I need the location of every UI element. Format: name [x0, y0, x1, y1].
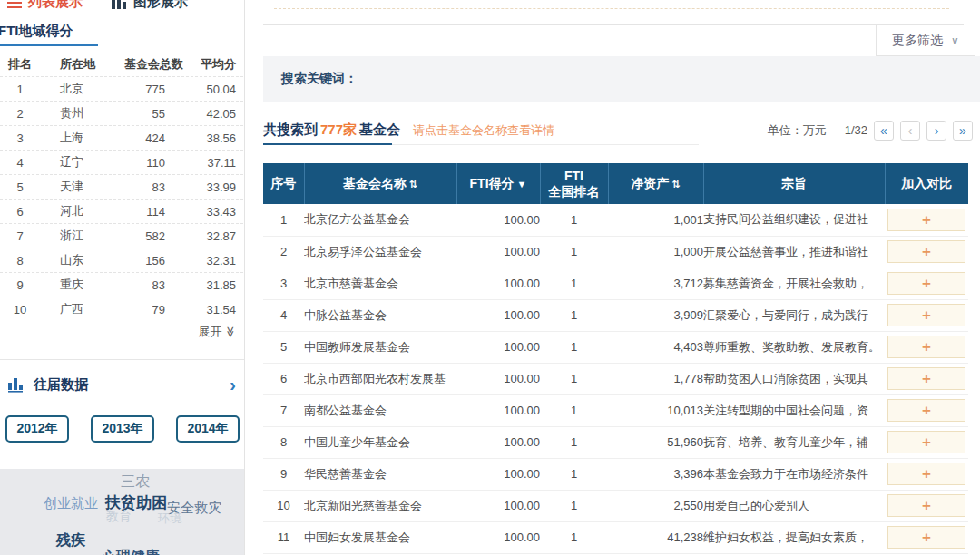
- year-2014-button[interactable]: 2014年: [176, 415, 240, 443]
- fund-table-row: 3 北京市慈善基金会 100.00 1 3,712 募集慈善资金，开展社会救助，…: [263, 268, 968, 299]
- fund-name-link[interactable]: 中国儿童少年基金会: [304, 426, 456, 458]
- first-page-button[interactable]: «: [874, 121, 894, 141]
- add-compare-button[interactable]: +: [887, 240, 965, 263]
- region-avg-score: 50.04: [185, 83, 243, 96]
- fund-no: 3: [263, 268, 304, 299]
- col-no: 序号: [263, 163, 304, 204]
- cloud-word-xinli[interactable]: 心理健康: [102, 548, 160, 555]
- region-table-row: 3 上海 424 38.56: [0, 125, 243, 150]
- expand-chevron-icon: ≫: [225, 326, 238, 338]
- col-assets-sortable[interactable]: 净资产⇅: [608, 163, 703, 204]
- history-data-header[interactable]: 往届数据 ›: [0, 372, 245, 397]
- fund-purpose: 关注转型期的中国社会问题，资: [703, 394, 885, 426]
- region-table-row: 10 广西 79 31.54: [0, 297, 243, 321]
- filter-dashed-divider: [274, 8, 949, 9]
- fund-compare-cell: +: [885, 521, 968, 553]
- fund-name-link[interactable]: 北京亿方公益基金会: [304, 204, 456, 236]
- region-rank: 7: [0, 229, 40, 243]
- fund-purpose: 用爱自己的心爱别人: [703, 490, 885, 521]
- fund-table-row: 6 北京市西部阳光农村发展基 100.00 1 1,778 帮助贫困人口消除贫困…: [263, 363, 968, 394]
- plus-icon: +: [922, 307, 931, 323]
- fund-name-link[interactable]: 北京市西部阳光农村发展基: [304, 363, 456, 394]
- fund-national-rank: 1: [540, 299, 608, 331]
- region-avg-score: 42.05: [185, 107, 243, 121]
- region-table-row: 1 北京 775 50.04: [0, 76, 243, 101]
- add-compare-button[interactable]: +: [887, 209, 965, 231]
- region-count: 156: [103, 254, 185, 268]
- fund-assets: 1,778: [608, 363, 703, 394]
- region-rank: 3: [0, 131, 40, 145]
- region-count: 83: [103, 278, 185, 292]
- add-compare-button[interactable]: +: [887, 304, 965, 326]
- chevron-right-icon[interactable]: ›: [230, 375, 236, 394]
- region-avg-score: 37.11: [185, 156, 243, 170]
- add-compare-button[interactable]: +: [887, 431, 965, 453]
- fund-compare-cell: +: [885, 204, 968, 236]
- region-rank: 10: [0, 303, 40, 316]
- tab-list-display[interactable]: 列表展示: [7, 0, 83, 11]
- region-location: 上海: [40, 130, 103, 146]
- region-count: 79: [103, 303, 185, 316]
- fund-name-link[interactable]: 中脉公益基金会: [304, 299, 456, 331]
- fund-name-link[interactable]: 北京易孚泽公益基金会: [304, 236, 456, 268]
- fund-table-row: 8 中国儿童少年基金会 100.00 1 51,960 抚育、培养、教育儿童少年…: [263, 426, 968, 458]
- fund-no: 9: [263, 458, 304, 490]
- fund-name-link[interactable]: 北京新阳光慈善基金会: [304, 490, 456, 521]
- tab-list-display-label: 列表展示: [28, 0, 83, 11]
- fund-name-link[interactable]: 中国妇女发展基金会: [304, 521, 456, 553]
- region-count: 582: [103, 229, 185, 243]
- sort-icon: ⇅: [409, 179, 417, 190]
- add-compare-button[interactable]: +: [887, 367, 965, 390]
- fund-purpose: 开展公益慈善事业，推进和谐社: [703, 236, 885, 268]
- cloud-word-huanjing[interactable]: 环境: [158, 511, 181, 527]
- fund-name-link[interactable]: 南都公益基金会: [304, 394, 456, 426]
- region-count: 424: [103, 131, 185, 145]
- region-avg-score: 33.43: [185, 205, 243, 219]
- fund-score: 100.00: [456, 458, 540, 490]
- col-name-sortable[interactable]: 基金会名称⇅: [304, 163, 456, 204]
- add-compare-button[interactable]: +: [887, 336, 965, 358]
- fund-name-link[interactable]: 北京市慈善基金会: [304, 268, 456, 299]
- fund-assets: 3,909: [608, 299, 703, 331]
- prev-page-button[interactable]: ‹: [900, 121, 920, 141]
- add-compare-button[interactable]: +: [887, 462, 965, 485]
- fund-national-rank: 1: [540, 236, 608, 268]
- year-2012-button[interactable]: 2012年: [5, 415, 69, 443]
- region-location: 天津: [40, 179, 103, 195]
- fund-no: 5: [263, 331, 304, 363]
- col-rank: 排名: [0, 56, 40, 73]
- fund-table-row: 4 中脉公益基金会 100.00 1 3,909 汇聚爱心，与爱同行，成为践行 …: [263, 299, 968, 331]
- cloud-word-sannong[interactable]: 三农: [121, 472, 150, 492]
- fund-national-rank: 1: [540, 490, 608, 521]
- fund-table-row: 2 北京易孚泽公益基金会 100.00 1 1,000 开展公益慈善事业，推进和…: [263, 236, 968, 268]
- result-count-suffix: 基金会: [359, 122, 400, 139]
- cloud-word-canji[interactable]: 残疾: [56, 531, 85, 550]
- fund-national-rank: 1: [540, 394, 608, 426]
- region-rank: 8: [0, 254, 40, 268]
- fund-name-link[interactable]: 华民慈善基金会: [304, 458, 456, 490]
- fund-national-rank: 1: [540, 268, 608, 299]
- fund-name-link[interactable]: 中国教师发展基金会: [304, 331, 456, 363]
- expand-button[interactable]: 展开 ≫: [198, 324, 237, 340]
- cloud-word-chuangye[interactable]: 创业就业: [44, 495, 98, 512]
- add-compare-button[interactable]: +: [887, 526, 965, 549]
- add-compare-button[interactable]: +: [887, 494, 965, 517]
- fund-purpose: 本基金会致力于在市场经济条件: [703, 458, 885, 490]
- tab-graph-display[interactable]: 图形展示: [112, 0, 188, 11]
- result-tab-underline-active: [263, 143, 392, 145]
- add-compare-button[interactable]: +: [887, 272, 965, 295]
- expand-label: 展开: [198, 324, 221, 340]
- next-page-button[interactable]: ›: [926, 121, 946, 141]
- cloud-word-jiaoyu[interactable]: 教育: [106, 509, 132, 525]
- col-score-sortable[interactable]: FTI得分▼: [456, 163, 540, 204]
- year-2013-button[interactable]: 2013年: [91, 415, 154, 443]
- fund-no: 1: [263, 204, 304, 236]
- last-page-button[interactable]: »: [953, 121, 973, 141]
- fund-table-row: 11 中国妇女发展基金会 100.00 1 41,238 维护妇女权益，提高妇女…: [263, 521, 968, 553]
- more-filters-button[interactable]: 更多筛选 ∨: [876, 25, 975, 56]
- region-location: 贵州: [40, 105, 103, 122]
- result-count: 777家: [320, 122, 357, 139]
- fund-compare-cell: +: [885, 490, 968, 521]
- fund-assets: 1,001: [608, 204, 703, 236]
- add-compare-button[interactable]: +: [887, 399, 965, 422]
